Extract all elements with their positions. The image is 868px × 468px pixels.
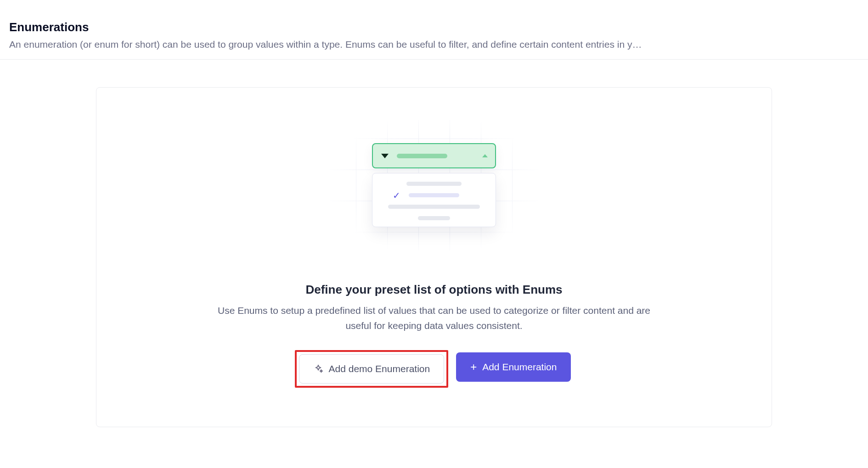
placeholder-bar bbox=[397, 154, 447, 158]
button-label: Add demo Enumeration bbox=[329, 363, 430, 374]
page-title: Enumerations bbox=[9, 20, 859, 34]
dropdown-option bbox=[383, 182, 485, 186]
demo-button-highlight: Add demo Enumeration bbox=[295, 350, 449, 388]
dropdown-head bbox=[372, 143, 496, 168]
feature-title: Define your preset list of options with … bbox=[305, 283, 562, 297]
dropdown-option bbox=[383, 205, 485, 209]
placeholder-line bbox=[406, 182, 462, 186]
button-label: Add Enumeration bbox=[482, 362, 557, 373]
dropdown-panel: ✓ bbox=[372, 173, 496, 227]
add-demo-enumeration-button[interactable]: Add demo Enumeration bbox=[299, 354, 445, 384]
empty-state-card: ✓ Define your preset list of options wit… bbox=[96, 87, 772, 427]
placeholder-line bbox=[388, 205, 480, 209]
plus-icon: + bbox=[470, 362, 477, 373]
button-row: Add demo Enumeration + Add Enumeration bbox=[297, 352, 571, 385]
check-icon: ✓ bbox=[393, 191, 400, 200]
dropdown-option-selected: ✓ bbox=[383, 193, 485, 197]
triangle-down-icon bbox=[381, 154, 389, 158]
page-header: Enumerations An enumeration (or enum for… bbox=[0, 0, 868, 60]
page-description: An enumeration (or enum for short) can b… bbox=[9, 39, 859, 50]
content-wrap: ✓ Define your preset list of options wit… bbox=[0, 60, 868, 455]
enum-illustration: ✓ bbox=[310, 120, 558, 251]
add-enumeration-button[interactable]: + Add Enumeration bbox=[456, 352, 571, 382]
feature-description: Use Enums to setup a predefined list of … bbox=[204, 303, 664, 333]
dropdown-illustration: ✓ bbox=[372, 143, 496, 227]
placeholder-line bbox=[418, 216, 450, 220]
sparkle-icon bbox=[313, 364, 323, 374]
caret-up-icon bbox=[482, 154, 488, 157]
placeholder-line bbox=[409, 193, 459, 197]
dropdown-option bbox=[383, 216, 485, 220]
